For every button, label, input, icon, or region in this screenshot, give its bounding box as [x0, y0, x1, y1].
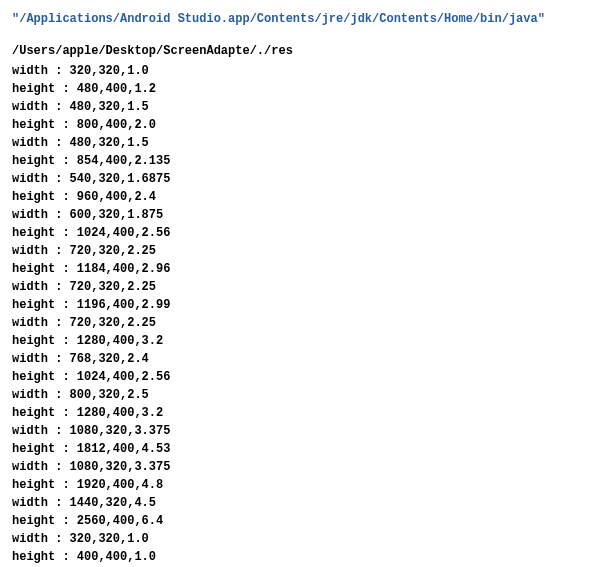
output-line: width : 320,320,1.0 — [12, 62, 588, 80]
output-line: width : 720,320,2.25 — [12, 278, 588, 296]
output-line: width : 1440,320,4.5 — [12, 494, 588, 512]
console-output: width : 320,320,1.0height : 480,400,1.2w… — [12, 62, 588, 566]
output-line: height : 1920,400,4.8 — [12, 476, 588, 494]
output-line: width : 720,320,2.25 — [12, 242, 588, 260]
output-line: height : 1280,400,3.2 — [12, 332, 588, 350]
output-line: height : 480,400,1.2 — [12, 80, 588, 98]
output-line: height : 1184,400,2.96 — [12, 260, 588, 278]
output-line: width : 1080,320,3.375 — [12, 458, 588, 476]
output-line: width : 480,320,1.5 — [12, 98, 588, 116]
output-line: height : 800,400,2.0 — [12, 116, 588, 134]
output-line: width : 768,320,2.4 — [12, 350, 588, 368]
output-line: width : 540,320,1.6875 — [12, 170, 588, 188]
output-line: height : 2560,400,6.4 — [12, 512, 588, 530]
output-line: height : 1024,400,2.56 — [12, 224, 588, 242]
output-line: height : 854,400,2.135 — [12, 152, 588, 170]
output-line: width : 720,320,2.25 — [12, 314, 588, 332]
output-line: height : 400,400,1.0 — [12, 548, 588, 566]
output-line: height : 1196,400,2.99 — [12, 296, 588, 314]
output-line: height : 1024,400,2.56 — [12, 368, 588, 386]
working-directory-path: /Users/apple/Desktop/ScreenAdapte/./res — [12, 42, 588, 60]
java-executable-path: "/Applications/Android Studio.app/Conten… — [12, 10, 588, 28]
output-line: width : 320,320,1.0 — [12, 530, 588, 548]
output-line: height : 1812,400,4.53 — [12, 440, 588, 458]
output-line: width : 480,320,1.5 — [12, 134, 588, 152]
output-line: width : 600,320,1.875 — [12, 206, 588, 224]
output-line: height : 1280,400,3.2 — [12, 404, 588, 422]
output-line: height : 960,400,2.4 — [12, 188, 588, 206]
output-line: width : 1080,320,3.375 — [12, 422, 588, 440]
output-line: width : 800,320,2.5 — [12, 386, 588, 404]
